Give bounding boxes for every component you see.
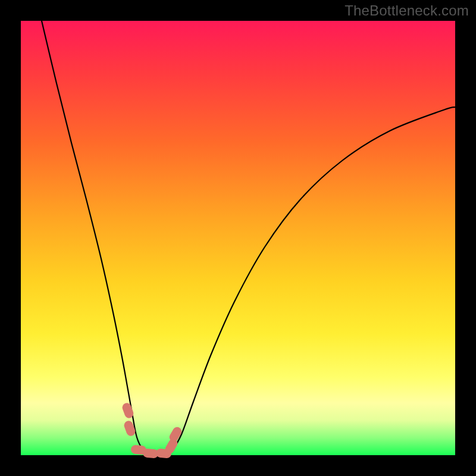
marker-5 — [170, 443, 173, 449]
marker-0 — [127, 408, 129, 414]
chart-canvas: TheBottleneck.com — [0, 0, 476, 476]
marker-group — [127, 408, 177, 454]
marker-4 — [161, 453, 167, 454]
curve-right-branch — [164, 107, 455, 454]
svg-line-6 — [174, 431, 177, 437]
watermark-text: TheBottleneck.com — [345, 2, 469, 19]
svg-line-4 — [161, 453, 167, 454]
marker-3 — [148, 453, 154, 454]
plot-area — [21, 21, 455, 455]
marker-2 — [136, 450, 142, 450]
curve-left-branch — [42, 21, 164, 455]
marker-1 — [129, 425, 131, 431]
svg-line-5 — [170, 443, 173, 449]
svg-line-2 — [136, 450, 142, 450]
marker-6 — [174, 431, 177, 437]
svg-line-1 — [129, 425, 131, 431]
svg-line-3 — [148, 453, 154, 454]
curve-group — [42, 21, 455, 455]
svg-line-0 — [127, 408, 129, 414]
curve-svg — [21, 21, 455, 455]
